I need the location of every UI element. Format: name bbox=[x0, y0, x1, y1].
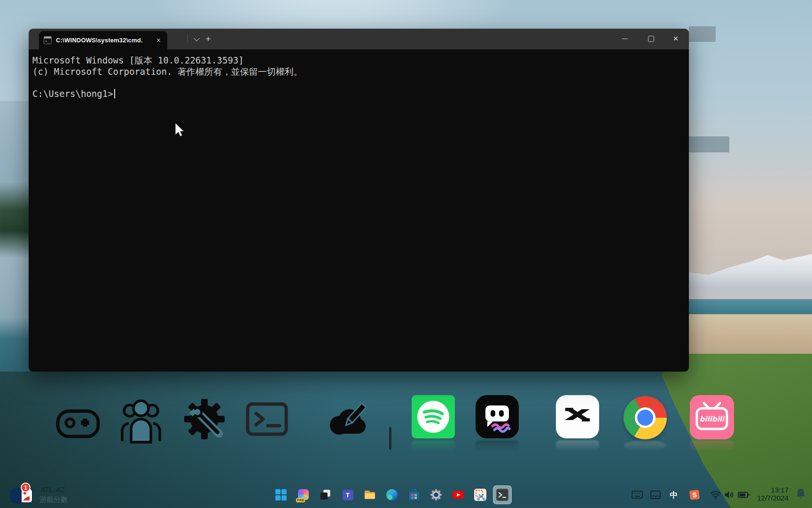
taskbar-edge-button[interactable] bbox=[386, 489, 398, 501]
terminal-line-2: (c) Microsoft Corporation. 著作權所有，並保留一切權利… bbox=[32, 66, 684, 78]
wifi-button[interactable] bbox=[710, 490, 721, 500]
chevron-down-icon bbox=[194, 35, 200, 41]
touch-keyboard-button[interactable] bbox=[632, 490, 643, 500]
dock-item-terminal[interactable] bbox=[246, 402, 288, 438]
gear-wrench-icon bbox=[184, 399, 225, 439]
spotify-icon bbox=[412, 395, 455, 438]
touchpad-icon bbox=[650, 490, 661, 500]
taskbar-snipping-button[interactable] bbox=[474, 489, 486, 501]
sogou-letter: S bbox=[692, 491, 697, 499]
snipping-running-indicator bbox=[479, 503, 482, 506]
capcut-reflection bbox=[556, 440, 599, 452]
volume-button[interactable] bbox=[724, 490, 735, 500]
widget-scores-label: 游戲分數 bbox=[39, 495, 68, 504]
bell-icon bbox=[795, 488, 806, 500]
tab-title: C:\WINDOWS\system32\cmd. bbox=[56, 37, 143, 44]
taskbar-copilot-button[interactable]: PRE bbox=[297, 489, 310, 501]
taskbar-store-button[interactable] bbox=[408, 489, 420, 501]
copilot-pre-badge: PRE bbox=[296, 498, 305, 503]
task-view-icon bbox=[320, 489, 332, 501]
tab-dropdown-button[interactable] bbox=[189, 29, 203, 49]
edge-icon bbox=[386, 489, 398, 500]
dock-divider bbox=[389, 427, 391, 450]
dock-item-tools[interactable] bbox=[184, 399, 225, 441]
speaker-icon bbox=[724, 490, 735, 500]
wallpaper-cliff bbox=[0, 101, 30, 372]
keyboard-icon bbox=[632, 490, 643, 500]
tray-time: 13:17 bbox=[750, 486, 789, 494]
desktop: bilibili >_ C:\WINDOWS\system32\cmd. × + bbox=[0, 0, 812, 508]
terminal-output[interactable]: Microsoft Windows [版本 10.0.22631.3593] (… bbox=[29, 49, 689, 372]
battery-icon bbox=[738, 490, 750, 500]
robot-reflection bbox=[476, 440, 519, 452]
chrome-reflection bbox=[624, 440, 667, 452]
close-button[interactable]: × bbox=[665, 29, 687, 48]
terminal-prompt-line: C:\Users\hong1> bbox=[32, 88, 684, 100]
maximize-icon bbox=[648, 36, 654, 42]
tabbar-separator bbox=[187, 35, 188, 43]
sogou-icon: S bbox=[689, 490, 700, 500]
microsoft-store-icon bbox=[408, 489, 420, 501]
bilibili-label: bilibili bbox=[700, 415, 725, 423]
youtube-icon bbox=[452, 489, 464, 501]
snipping-tool-icon bbox=[474, 489, 486, 501]
terminal-window: >_ C:\WINDOWS\system32\cmd. × + × Micros… bbox=[29, 29, 689, 372]
cmd-icon: >_ bbox=[44, 36, 52, 44]
touchpad-button[interactable] bbox=[650, 490, 661, 500]
teams-letter: T bbox=[346, 492, 350, 499]
dock-item-games[interactable] bbox=[55, 405, 101, 443]
window-titlebar[interactable]: >_ C:\WINDOWS\system32\cmd. × + × bbox=[29, 29, 689, 49]
file-explorer-icon bbox=[364, 489, 376, 501]
taskbar-file-explorer-button[interactable] bbox=[364, 489, 376, 501]
taskbar-settings-button[interactable] bbox=[430, 489, 442, 501]
cloud-pencil-icon bbox=[326, 401, 368, 438]
gamepad-icon bbox=[55, 405, 101, 441]
dock-item-contacts[interactable] bbox=[117, 396, 164, 446]
minimize-button[interactable] bbox=[614, 29, 636, 48]
robot-chat-icon bbox=[476, 395, 519, 438]
terminal-outline-icon bbox=[246, 402, 288, 437]
dock-item-capcut[interactable] bbox=[556, 395, 599, 440]
terminal-prompt: C:\Users\hong1> bbox=[32, 88, 113, 100]
capcut-icon bbox=[556, 395, 599, 438]
terminal-blank-line bbox=[32, 77, 684, 88]
widgets-button[interactable]: 1 ATL AZ 游戲分數 bbox=[9, 482, 89, 507]
terminal-app-icon bbox=[496, 489, 508, 501]
sogou-ime-button[interactable]: S bbox=[689, 490, 700, 500]
dock-item-spotify[interactable] bbox=[412, 395, 455, 440]
notification-bell-button[interactable] bbox=[795, 488, 806, 502]
terminal-line-1: Microsoft Windows [版本 10.0.22631.3593] bbox=[32, 55, 684, 66]
taskbar-task-view-button[interactable] bbox=[320, 489, 332, 501]
taskbar-clock[interactable]: 13:17 12/7/2024 bbox=[750, 486, 789, 502]
dock-item-bilibili[interactable]: bilibili bbox=[690, 395, 734, 441]
chrome-icon-center bbox=[637, 410, 653, 426]
maximize-button[interactable] bbox=[640, 29, 662, 48]
taskbar-terminal-button[interactable] bbox=[496, 489, 508, 501]
ime-language-button[interactable]: 中 bbox=[669, 490, 679, 500]
bilibili-icon: bilibili bbox=[690, 395, 734, 439]
svg-text:>_: >_ bbox=[45, 40, 49, 43]
dock-item-chatbot[interactable] bbox=[476, 395, 519, 440]
ghost-panel-top bbox=[689, 26, 716, 42]
ime-indicator: 中 bbox=[670, 490, 678, 500]
wifi-icon bbox=[710, 490, 721, 500]
text-cursor bbox=[114, 89, 116, 98]
dock-item-notes[interactable] bbox=[326, 401, 368, 440]
minimize-icon bbox=[622, 39, 628, 39]
windows-start-icon bbox=[275, 489, 287, 501]
battery-button[interactable] bbox=[738, 490, 750, 500]
tab-close-button[interactable]: × bbox=[155, 36, 163, 45]
taskbar-teams-button[interactable]: T bbox=[342, 489, 354, 501]
bilibili-reflection bbox=[690, 440, 734, 452]
taskbar-start-button[interactable] bbox=[275, 489, 287, 501]
close-icon: × bbox=[673, 34, 679, 43]
spotify-reflection bbox=[412, 440, 455, 452]
tray-date: 12/7/2024 bbox=[750, 494, 789, 502]
widget-scores-teams: ATL AZ bbox=[40, 485, 65, 493]
notification-badge: 1 bbox=[21, 483, 31, 492]
dock-item-chrome[interactable] bbox=[624, 396, 667, 439]
terminal-tab[interactable]: >_ C:\WINDOWS\system32\cmd. × bbox=[39, 31, 167, 49]
people-group-icon bbox=[117, 396, 164, 444]
taskbar-youtube-button[interactable] bbox=[452, 489, 464, 501]
ghost-panel-mid bbox=[686, 136, 729, 152]
